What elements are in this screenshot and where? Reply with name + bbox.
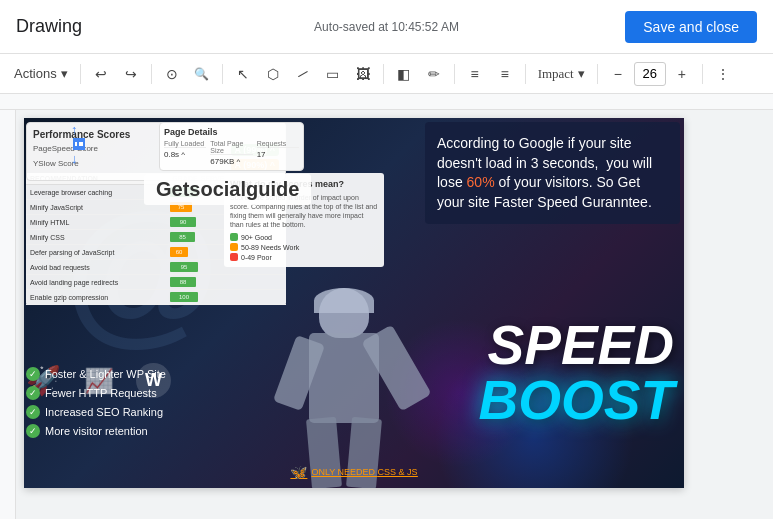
toolbar-separator-5 [454, 64, 455, 84]
total-size-val: 679KB ^ [210, 157, 252, 166]
align-right-icon: ≡ [501, 66, 509, 82]
undo-button[interactable]: ↩ [87, 60, 115, 88]
select-tool-button[interactable]: ⊙ [158, 60, 186, 88]
gsguide-banner[interactable]: Getsocialguide [144, 174, 311, 205]
google-warning-panel: According to Google if your site doesn't… [425, 122, 680, 224]
reco-bar-4: 60 [170, 247, 200, 257]
bottom-text: 🦋 ONLY NEEDED CSS & JS [290, 464, 417, 480]
reco-item-6: Avoid landing page redirects [30, 279, 170, 286]
select-box-button[interactable]: ▭ [319, 60, 347, 88]
toolbar-separator-7 [597, 64, 598, 84]
canvas-container[interactable]: @ Performance Scores PageSpeed Score A (… [16, 110, 773, 519]
select-box-icon: ▭ [326, 66, 339, 82]
bullet-item-3: ✓ More visitor retention [26, 424, 166, 438]
drawing-canvas[interactable]: @ Performance Scores PageSpeed Score A (… [24, 118, 684, 488]
app-title: Drawing [16, 16, 82, 37]
scores-legend: 90+ Good 50-89 Needs Work 0-49 Poor [230, 233, 378, 261]
toolbar-separator-2 [151, 64, 152, 84]
fully-loaded-header: Fully Loaded [164, 140, 206, 148]
google-warning-text: According to Google if your site doesn't… [437, 134, 668, 212]
toolbar-separator-6 [525, 64, 526, 84]
character-body [304, 288, 384, 488]
font-size-decrease-button[interactable]: − [604, 60, 632, 88]
line-button[interactable]: / [289, 60, 317, 88]
bullet-text-0: Foster & Lighter WP Site [45, 368, 166, 380]
ruler-inner: 1 2 3 4 5 6 7 8 9 10 11 12 13 14 15 16 1… [22, 94, 751, 109]
reco-bar-6: 88 [170, 277, 200, 287]
reco-row-7: Enable gzip compression 100 [26, 290, 286, 305]
requests-col: Requests 17 [257, 140, 299, 166]
image-button[interactable]: 🖼 [349, 60, 377, 88]
shape-button[interactable]: ⬡ [259, 60, 287, 88]
legend-good: 90+ Good [230, 233, 378, 241]
bottom-link-text: ONLY NEEDED CSS & JS [311, 467, 417, 477]
canvas-area: @ Performance Scores PageSpeed Score A (… [0, 110, 773, 519]
font-dropdown-arrow: ▾ [578, 66, 585, 81]
zoom-button[interactable]: 🔍 [188, 60, 216, 88]
font-family-label: Impact [538, 66, 574, 82]
toolbar-separator-3 [222, 64, 223, 84]
legend-good-label: 90+ Good [241, 234, 272, 241]
reco-bar-3: 85 [170, 232, 200, 242]
zoom-icon: 🔍 [194, 67, 209, 81]
google-warning-highlight: 60% [467, 174, 495, 190]
butterfly-icon: 🦋 [290, 464, 307, 480]
reco-item-3: Minify CSS [30, 234, 170, 241]
legend-poor-label: 0-49 Poor [241, 254, 272, 261]
image-icon: 🖼 [356, 66, 370, 82]
select-icon: ⊙ [166, 66, 178, 82]
actions-menu[interactable]: Actions ▾ [8, 62, 74, 85]
fill-button[interactable]: ◧ [390, 60, 418, 88]
font-size-increase-button[interactable]: + [668, 60, 696, 88]
requests-val: 17 [257, 150, 299, 159]
title-bar: Drawing Auto-saved at 10:45:52 AM Save a… [0, 0, 773, 54]
undo-icon: ↩ [95, 66, 107, 82]
bullet-list: ✓ Foster & Lighter WP Site ✓ Fewer HTTP … [26, 367, 166, 443]
save-close-button[interactable]: Save and close [625, 11, 757, 43]
total-size-col: Total Page Size 679KB ^ [210, 140, 252, 166]
canvas-content: @ Performance Scores PageSpeed Score A (… [24, 118, 684, 488]
reco-item-5: Avoid bad requests [30, 264, 170, 271]
bullet-check-3: ✓ [26, 424, 40, 438]
fill-icon: ◧ [397, 66, 410, 82]
boost-word: BOOST [478, 373, 674, 428]
bullet-item-0: ✓ Foster & Lighter WP Site [26, 367, 166, 381]
font-family-dropdown[interactable]: Impact ▾ [532, 62, 591, 86]
legend-needs-work: 50-89 Needs Work [230, 243, 378, 251]
line-icon: / [296, 66, 310, 80]
legend-poor-dot [230, 253, 238, 261]
ruler-vertical [0, 110, 16, 519]
reco-row-6: Avoid landing page redirects 88 [26, 275, 286, 290]
pen-button[interactable]: ✏ [420, 60, 448, 88]
fully-loaded-col: Fully Loaded 0.8s ^ [164, 140, 206, 166]
page-details-cols: Fully Loaded 0.8s ^ Total Page Size 679K… [164, 140, 299, 166]
reco-bar-2: 90 [170, 217, 200, 227]
actions-label: Actions [14, 66, 57, 81]
align-left-icon: ≡ [471, 66, 479, 82]
align-left-button[interactable]: ≡ [461, 60, 489, 88]
speed-boost-text: SPEED BOOST [478, 318, 674, 428]
bullet-text-2: Increased SEO Ranking [45, 406, 163, 418]
more-options-button[interactable]: ⋮ [709, 60, 737, 88]
toolbar: Actions ▾ ↩ ↪ ⊙ 🔍 ↖ ⬡ / ▭ 🖼 ◧ ✏ ≡ ≡ Impa… [0, 54, 773, 94]
cursor-button[interactable]: ↖ [229, 60, 257, 88]
reco-bar-7: 100 [170, 292, 200, 302]
legend-needs-work-dot [230, 243, 238, 251]
pagespeed-label: PageSpeed Score [33, 144, 98, 156]
yslow-label: YSlow Score [33, 159, 79, 171]
reco-item-4: Defer parsing of JavaScript [30, 249, 170, 256]
shape-icon: ⬡ [267, 66, 279, 82]
align-right-button[interactable]: ≡ [491, 60, 519, 88]
bullet-item-1: ✓ Fewer HTTP Requests [26, 386, 166, 400]
page-details-title: Page Details [164, 127, 299, 137]
redo-icon: ↪ [125, 66, 137, 82]
speed-word: SPEED [478, 318, 674, 373]
font-size-input[interactable]: 26 [634, 62, 666, 86]
reco-item-7: Enable gzip compression [30, 294, 170, 301]
redo-button[interactable]: ↪ [117, 60, 145, 88]
actions-arrow: ▾ [61, 66, 68, 81]
toolbar-separator-4 [383, 64, 384, 84]
font-size-control: − 26 + [604, 60, 696, 88]
bullet-check-2: ✓ [26, 405, 40, 419]
bullet-text-1: Fewer HTTP Requests [45, 387, 157, 399]
